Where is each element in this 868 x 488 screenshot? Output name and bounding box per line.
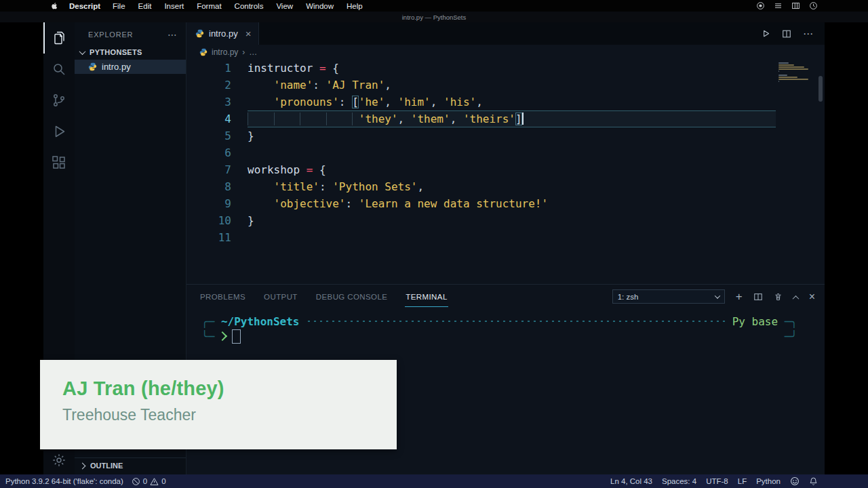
line-number-3[interactable]: 3 [186,94,231,110]
close-tab-icon[interactable]: × [245,28,252,39]
lower-third-card: AJ Tran (he/they) Treehouse Teacher [40,360,397,449]
minimap[interactable] [778,62,810,84]
tab-label: intro.py [209,28,238,39]
apple-icon[interactable] [50,1,58,10]
line-number-11[interactable]: 11 [186,229,231,246]
timer-icon[interactable] [809,1,818,10]
status-bar: Python 3.9.2 64-bit ('flake': conda) 0 0… [0,474,868,488]
maximize-panel-icon[interactable] [793,291,798,303]
macos-menu-bar: Descript File Edit Insert Format Control… [0,0,868,12]
breadcrumb-symbol[interactable]: … [249,47,257,57]
menu-help[interactable]: Help [347,2,363,10]
menu-app-name[interactable]: Descript [69,2,100,10]
menu-edit[interactable]: Edit [138,2,152,10]
terminal-cursor [232,329,241,344]
menu-format[interactable]: Format [197,2,221,10]
sidebar-title: EXPLORER [88,30,133,39]
record-icon[interactable] [756,1,765,10]
chevron-right-icon [79,462,86,469]
menu-status-icons [756,1,818,10]
sidebar-section-pythonsets[interactable]: PYTHONSETS [75,44,186,60]
line-number-2[interactable]: 2 [186,77,231,94]
menu-controls[interactable]: Controls [235,2,264,10]
kill-terminal-icon[interactable] [774,292,783,302]
code-line-5[interactable]: } [248,127,776,144]
presenter-name: AJ Tran (he/they) [62,378,397,400]
python-interpreter[interactable]: Python 3.9.2 64-bit ('flake': conda) [5,477,123,485]
language-mode[interactable]: Python [756,477,781,485]
menu-items: File Edit Insert Format Controls View Wi… [113,2,363,10]
tab-intro-py[interactable]: intro.py × [186,22,259,45]
more-actions-icon[interactable]: ⋯ [803,28,814,40]
code-line-1[interactable]: instructor = { [248,60,776,77]
explorer-icon[interactable] [43,22,75,54]
line-number-4[interactable]: 4 [186,110,231,127]
run-debug-icon[interactable] [43,116,75,147]
menu-window[interactable]: Window [306,2,334,10]
split-editor-icon[interactable] [782,29,791,39]
tab-terminal[interactable]: TERMINAL [405,286,448,307]
code-line-9[interactable]: 'objective': 'Learn a new data structure… [248,195,776,212]
line-number-10[interactable]: 10 [186,212,231,229]
code-line-10[interactable]: } [248,212,776,229]
breadcrumb[interactable]: intro.py › … [186,45,825,60]
prompt-frame-top-left: ╭─ [201,315,214,328]
line-number-1[interactable]: 1 [186,60,231,77]
tab-problems[interactable]: PROBLEMS [199,286,246,307]
tab-output[interactable]: OUTPUT [263,286,298,307]
layout-icon[interactable] [791,1,800,10]
terminal-shell-select[interactable]: 1: zsh [612,289,725,304]
python-file-icon [195,29,204,38]
split-terminal-icon[interactable] [753,292,763,302]
code-line-2[interactable]: 'name': 'AJ Tran', [248,77,776,94]
terminal-prompt-top: ╭─ ~/PythonSets Py base ─╮ [201,314,797,329]
cursor-position[interactable]: Ln 4, Col 43 [610,477,652,485]
python-file-icon [199,48,208,56]
vertical-scrollbar[interactable] [818,76,823,102]
list-icon[interactable] [774,1,783,10]
search-icon[interactable] [43,54,75,85]
code-line-3[interactable]: 'pronouns': ['he', 'him', 'his', [248,94,776,110]
line-number-8[interactable]: 8 [186,178,231,195]
presenter-role: Treehouse Teacher [62,406,397,424]
gutter[interactable]: 1234567891011 [186,60,237,284]
code-line-4[interactable]: 'they', 'them', 'theirs'] [248,110,776,127]
code-lines[interactable]: instructor = { 'name': 'AJ Tran', 'prono… [237,60,776,284]
extensions-icon[interactable] [43,147,75,178]
code-line-8[interactable]: 'title': 'Python Sets', [248,178,776,195]
line-number-5[interactable]: 5 [186,127,231,144]
code-line-6[interactable] [248,144,776,161]
problems-summary[interactable]: 0 0 [132,477,166,486]
python-file-icon [88,62,97,71]
prompt-frame-bottom-right: ─╯ [785,330,797,343]
close-panel-icon[interactable]: × [809,291,815,302]
feedback-smiley-icon[interactable] [790,476,800,486]
breadcrumb-separator: › [242,47,245,57]
error-icon [132,477,140,486]
notifications-bell-icon[interactable] [809,476,818,486]
panel-actions: + × [736,291,815,303]
encoding[interactable]: UTF-8 [706,477,728,485]
menu-insert[interactable]: Insert [164,2,184,10]
outline-section[interactable]: OUTLINE [75,458,186,473]
breadcrumb-file[interactable]: intro.py [212,47,238,57]
line-number-6[interactable]: 6 [186,144,231,161]
indentation[interactable]: Spaces: 4 [662,477,696,485]
new-terminal-icon[interactable]: + [736,291,743,302]
code-line-7[interactable]: workshop = { [248,161,776,178]
window-title: intro.py — PythonSets [402,14,467,21]
line-number-9[interactable]: 9 [186,195,231,212]
tab-debug-console[interactable]: DEBUG CONSOLE [315,286,389,307]
eol-sequence[interactable]: LF [738,477,747,485]
line-number-7[interactable]: 7 [186,161,231,178]
code-line-11[interactable] [248,229,776,246]
code-editor[interactable]: 1234567891011 instructor = { 'name': 'AJ… [186,60,825,284]
more-actions-icon[interactable]: ⋯ [167,29,178,40]
terminal-env: Py base [732,315,778,328]
source-control-icon[interactable] [43,85,75,116]
menu-view[interactable]: View [276,2,293,10]
menu-file[interactable]: File [113,2,125,10]
file-item-intro-py[interactable]: intro.py [75,60,186,74]
settings-gear-icon[interactable] [43,453,75,468]
run-file-icon[interactable] [762,29,770,38]
